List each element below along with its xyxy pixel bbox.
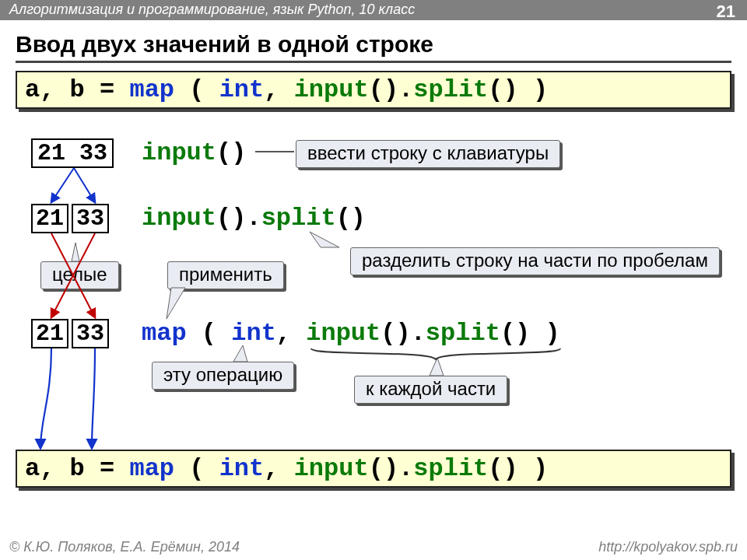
slide-title: Ввод двух значений в одной строке	[16, 31, 731, 58]
fn-input: input	[306, 319, 381, 348]
svg-marker-0	[72, 243, 79, 261]
row1: 21 33	[31, 138, 114, 168]
fn-input: input	[294, 75, 369, 104]
hint-op: эту операцию	[152, 362, 294, 390]
code-box-top: a, b = map ( int, input().split() )	[16, 71, 731, 109]
kw-map: map	[142, 319, 187, 348]
kw-map: map	[129, 75, 174, 104]
fn-input: input	[142, 138, 216, 167]
hint-input: ввести строку с клавиатуры	[296, 140, 560, 168]
hint-ints: целые	[40, 261, 119, 289]
page-number: 21	[717, 2, 735, 22]
code-box-bottom: a, b = map ( int, input().split() )	[16, 450, 731, 488]
svg-marker-4	[233, 345, 247, 362]
kw-map: map	[129, 454, 174, 483]
title-rule	[16, 61, 731, 63]
fn-split: split	[413, 454, 488, 483]
fn-input: input	[294, 454, 369, 483]
row2-values: 2133	[31, 204, 109, 233]
fn-input: input	[142, 204, 216, 233]
hint-split: разделить строку на части по пробелам	[350, 247, 720, 275]
svg-marker-2	[310, 232, 339, 247]
fn-split: split	[261, 204, 336, 233]
kw-int: int	[219, 75, 265, 104]
row3-values: 2133	[31, 319, 109, 348]
value-box: 21 33	[31, 138, 114, 168]
svg-marker-5	[430, 358, 444, 376]
course-name: Алгоритмизация и программирование, язык …	[9, 2, 415, 17]
kw-int: int	[219, 454, 265, 483]
footer-right: http://kpolyakov.spb.ru	[598, 539, 738, 555]
value-21: 21	[31, 319, 68, 348]
row3-code: map ( int, input().split() )	[142, 319, 560, 348]
value-33: 33	[72, 319, 109, 348]
slide-header: Алгоритмизация и программирование, язык …	[0, 0, 747, 20]
footer-left: © К.Ю. Поляков, Е.А. Ерёмин, 2014	[9, 539, 240, 555]
fn-split: split	[426, 319, 500, 348]
kw-int: int	[231, 319, 276, 348]
row1-code: input()	[142, 138, 246, 167]
hint-apply: применить	[167, 261, 284, 289]
hint-each: к каждой части	[354, 376, 507, 404]
row2-code: input().split()	[142, 204, 366, 233]
fn-split: split	[413, 75, 488, 104]
value-21: 21	[31, 204, 68, 233]
code-lhs: a, b =	[25, 454, 129, 483]
code-lhs: a, b =	[25, 75, 129, 104]
value-33: 33	[72, 204, 109, 233]
svg-marker-3	[167, 288, 185, 319]
